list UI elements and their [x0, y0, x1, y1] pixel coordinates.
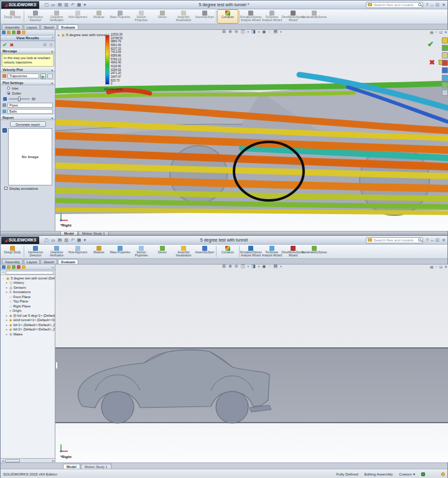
flow-tool-icon[interactable] — [442, 75, 448, 81]
tree-item-history[interactable]: + ◷ History — [1, 281, 55, 286]
expand-icon[interactable]: + — [5, 318, 8, 322]
tree-item-lid-1[interactable]: + ◆ lid<1> (Default<<Default>_Displa — [1, 322, 55, 327]
next-step-icon[interactable]: ⊙ — [43, 42, 47, 47]
model-tab[interactable]: Model — [63, 464, 80, 469]
appearances-icon[interactable]: ◌ — [268, 265, 271, 269]
rebuild-icon[interactable]: ▦ — [77, 238, 82, 243]
flow-tool-icon[interactable] — [442, 37, 448, 44]
featuremanager-tab-icon[interactable] — [2, 265, 6, 269]
minimize-icon[interactable]: – — [431, 238, 433, 242]
scene-icon[interactable]: ▤ — [274, 30, 278, 34]
doc-restore-icon[interactable]: ⊡ — [439, 30, 442, 34]
plot-settings-group-header[interactable]: Plot Settings ▴ — [1, 80, 55, 85]
tab-layout[interactable]: Layout — [24, 24, 40, 29]
displaymanager-tab-icon[interactable] — [22, 30, 26, 34]
tab-sketch[interactable]: Sketch — [40, 259, 57, 264]
zoom-in-icon[interactable]: ⊕ — [228, 30, 232, 34]
mass-properties-button[interactable]: Mass Properties — [110, 245, 131, 258]
doc-minimize-icon[interactable]: – — [436, 30, 437, 34]
floxpress-button[interactable]: FloXpress Analysis Wizard — [261, 245, 282, 258]
tree-item-sensors[interactable]: + ◎ Sensors — [1, 285, 55, 290]
tree-item-assembly-root[interactable]: - ▣ 5 degree test with tunnel (Default<D… — [1, 276, 55, 281]
balls-option[interactable]: Balls — [7, 109, 53, 114]
dropdown-icon[interactable]: ▾ — [258, 30, 260, 34]
assemblyxpert-button[interactable]: AssemblyXpert — [194, 245, 215, 258]
display-style-icon[interactable]: ◨ — [251, 265, 256, 269]
help-icon[interactable]: ? — [426, 2, 428, 7]
displaymanager-tab-icon[interactable] — [22, 265, 26, 269]
new-document-icon[interactable]: ▢ — [44, 238, 49, 243]
assembly-visualization-button[interactable]: Assembly Visualization — [173, 9, 194, 24]
dropdown-icon[interactable]: ▾ — [258, 265, 260, 268]
propertymanager-tab-icon[interactable] — [7, 30, 11, 34]
interference-detection-button[interactable]: Interference Detection — [25, 245, 46, 258]
tree-item-origin[interactable]: ⌖ Origin — [1, 309, 55, 314]
stop-button[interactable] — [47, 73, 53, 79]
search-scope-icon[interactable] — [368, 3, 372, 6]
search-scope-icon[interactable] — [368, 238, 372, 241]
design-study-button[interactable]: Design Study — [2, 245, 23, 258]
zoom-out-icon[interactable]: ⊖ — [235, 30, 238, 34]
expand-icon[interactable]: + — [5, 314, 8, 317]
dropdown-icon[interactable]: ▾ — [248, 30, 250, 34]
sustainabilityxpress-button[interactable]: SustainabilityXpress — [304, 245, 325, 258]
appearances-icon[interactable]: ◌ — [268, 30, 271, 34]
sustainabilityxpress-button[interactable]: SustainabilityXpress — [304, 9, 325, 24]
scene-icon[interactable]: ▤ — [274, 265, 278, 269]
report-group-header[interactable]: Report ▴ — [1, 115, 55, 120]
confirmation-cancel-icon[interactable]: ✖ — [429, 59, 435, 67]
zoom-fit-icon[interactable]: ⊞ — [222, 30, 226, 34]
hide-show-icon[interactable]: ◉ — [262, 30, 266, 34]
design-study-button[interactable]: Design Study — [2, 9, 23, 24]
expand-icon[interactable]: - — [2, 276, 5, 280]
doc-close-icon[interactable]: ✕ — [444, 30, 447, 34]
configurationmanager-tab-icon[interactable] — [12, 265, 16, 269]
tree-item-right-plane[interactable]: ▱ Right Plane — [1, 304, 55, 309]
maximize-icon[interactable]: ⊡ — [436, 238, 439, 243]
graphics-area-model[interactable]: ⊞ ⊕ ⊖ ◫ ▾ ◨ ▾ ◉ ◌ ▤ ▾ ▤ – ⊡ ✕ — [55, 265, 448, 462]
driveworksxpress-button[interactable]: DriveWorksXpress Wizard — [282, 245, 304, 258]
pm-help-icon[interactable]: ? — [52, 36, 54, 40]
tab-layout[interactable]: Layout — [24, 259, 40, 264]
configuration-selector[interactable]: Custom ▾ — [399, 472, 415, 476]
driveworksxpress-button[interactable]: DriveWorksXpress Wizard — [282, 9, 304, 24]
undo-icon[interactable]: ↶ — [71, 2, 75, 7]
search-box[interactable] — [366, 237, 423, 243]
open-document-icon[interactable]: ▭ — [51, 238, 55, 243]
tab-assembly[interactable]: Assembly — [2, 24, 23, 29]
tree-horizontal-scrollbar[interactable]: ◂ ▸ — [1, 458, 55, 462]
expand-icon[interactable]: ▸ — [57, 33, 60, 37]
propertymanager-tab-icon[interactable] — [7, 265, 11, 269]
flow-tool-icon[interactable] — [442, 82, 448, 88]
tree-item-lid-2[interactable]: + ◆ lid<2> (Default<<Default>_Displa — [1, 327, 55, 332]
doc-minimize-icon[interactable]: – — [436, 265, 437, 269]
cancel-x-icon[interactable]: ✖ — [10, 42, 14, 48]
options-dropdown-icon[interactable]: ▾ — [83, 238, 86, 243]
tree-item-annotations[interactable]: + A Annotations — [1, 290, 55, 295]
expand-icon[interactable]: + — [5, 332, 8, 336]
save-icon[interactable]: ▤ — [58, 2, 62, 7]
display-annotations-checkbox[interactable] — [4, 187, 7, 190]
assemblyxpert-button[interactable]: AssemblyXpert — [194, 9, 215, 24]
sensor-button[interactable]: Sensor — [152, 245, 173, 258]
pin-icon[interactable]: ⊙ — [49, 42, 53, 47]
tree-item-top-plane[interactable]: ▱ Top Plane — [1, 299, 55, 304]
scrollbar-thumb[interactable] — [5, 459, 20, 462]
zoom-fit-icon[interactable]: ⊞ — [222, 265, 226, 269]
options-dropdown-icon[interactable]: ▾ — [83, 2, 86, 7]
expand-icon[interactable]: + — [5, 327, 8, 331]
hole-alignment-button[interactable]: Hole Alignment — [67, 9, 88, 24]
flow-tool-icon[interactable] — [442, 67, 448, 73]
simulationxpress-button[interactable]: SimulationXpress Analysis Wizard — [240, 245, 261, 258]
flow-tool-icon[interactable] — [442, 60, 448, 66]
motion-study-tab[interactable]: Motion Study 1 — [78, 231, 109, 235]
dropdown-icon[interactable]: ▾ — [280, 30, 282, 34]
outlet-radio[interactable] — [7, 91, 10, 95]
curvature-button[interactable]: Curvature — [217, 245, 238, 258]
panel-overflow-icon[interactable]: » — [52, 265, 54, 269]
tree-item-front-plane[interactable]: ▱ Front Plane — [1, 294, 55, 299]
pipes-option[interactable]: Pipes — [7, 103, 53, 108]
mass-properties-button[interactable]: Mass Properties — [110, 9, 131, 24]
model-tab[interactable]: Model — [60, 231, 78, 235]
section-view-icon[interactable]: ◫ — [241, 265, 245, 269]
